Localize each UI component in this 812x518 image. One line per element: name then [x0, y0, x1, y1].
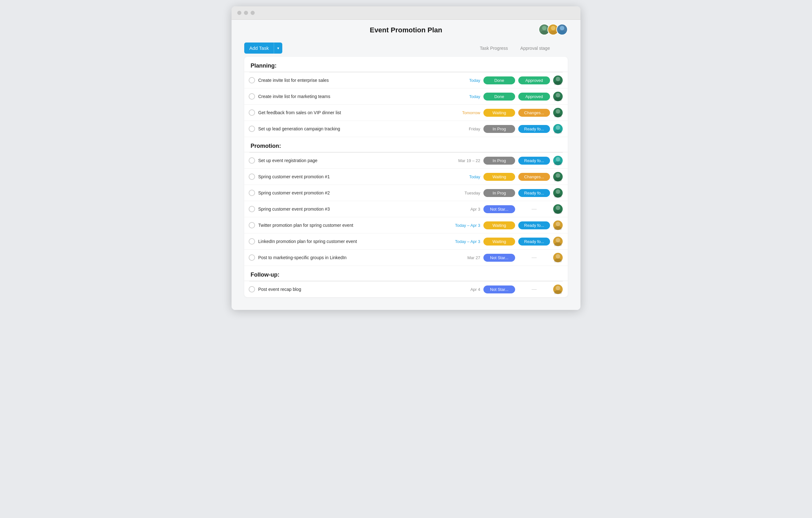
toolbar: Add Task ▾ Task Progress Approval stage — [244, 39, 568, 57]
task-date: Today — [442, 174, 480, 179]
task-approval-badge[interactable]: Approved — [518, 93, 550, 100]
task-checkbox[interactable] — [249, 222, 255, 228]
task-checkbox[interactable] — [249, 206, 255, 212]
task-name: Twitter promotion plan for spring custom… — [258, 223, 439, 228]
task-assignee-avatar[interactable] — [553, 76, 563, 85]
svg-point-1 — [541, 31, 548, 35]
svg-point-13 — [554, 130, 562, 134]
maximize-traffic-light[interactable] — [251, 11, 255, 15]
task-checkbox[interactable] — [249, 190, 255, 196]
task-approval-badge[interactable]: Ready fo... — [518, 157, 550, 165]
svg-point-12 — [556, 125, 560, 130]
task-row: LinkedIn promotion plan for spring custo… — [244, 233, 568, 250]
task-approval-badge[interactable]: — — [518, 285, 550, 294]
task-assignee-avatar[interactable] — [553, 124, 563, 134]
task-checkbox[interactable] — [249, 238, 255, 244]
task-row: Get feedback from sales on VIP dinner li… — [244, 105, 568, 121]
task-assignee-avatar[interactable] — [553, 92, 563, 101]
task-checkbox[interactable] — [249, 157, 255, 164]
svg-point-5 — [558, 31, 566, 35]
task-progress-badge[interactable]: Waiting — [484, 173, 515, 181]
svg-point-19 — [554, 194, 562, 198]
add-task-button[interactable]: Add Task ▾ — [244, 42, 282, 54]
task-approval-badge[interactable]: Ready fo... — [518, 189, 550, 197]
close-traffic-light[interactable] — [237, 11, 241, 15]
task-row: Spring customer event promotion #3Apr 3N… — [244, 201, 568, 217]
task-progress-badge[interactable]: Done — [484, 77, 515, 84]
app-window: Event Promotion Plan Add Task ▾ — [232, 6, 580, 310]
svg-point-17 — [554, 178, 562, 181]
task-progress-badge[interactable]: Not Star... — [484, 286, 515, 293]
task-row: Spring customer event promotion #1TodayW… — [244, 169, 568, 185]
minimize-traffic-light[interactable] — [244, 11, 248, 15]
svg-point-2 — [551, 26, 555, 30]
svg-point-25 — [554, 242, 562, 246]
avatar-user3[interactable] — [556, 24, 568, 35]
task-progress-badge[interactable]: In Prog — [484, 125, 515, 133]
svg-point-10 — [556, 109, 560, 114]
task-assignee-avatar[interactable] — [553, 285, 563, 294]
task-checkbox[interactable] — [249, 77, 255, 83]
task-row: Post event recap blogApr 4Not Star...— — [244, 281, 568, 297]
task-progress-badge[interactable]: Done — [484, 93, 515, 100]
task-checkbox[interactable] — [249, 286, 255, 292]
user-avatars — [539, 24, 568, 35]
task-name: Spring customer event promotion #3 — [258, 206, 439, 211]
task-checkbox[interactable] — [249, 93, 255, 99]
svg-point-24 — [556, 238, 560, 242]
task-row: Set up lead generation campaign tracking… — [244, 121, 568, 137]
svg-point-26 — [556, 254, 560, 259]
task-name: Post to marketing-specific groups in Lin… — [258, 255, 439, 260]
svg-point-0 — [542, 26, 547, 30]
task-checkbox[interactable] — [249, 174, 255, 180]
section-title-promotion: Promotion: — [251, 143, 281, 149]
col-header-progress: Task Progress — [476, 46, 511, 51]
task-date: Today — [442, 78, 480, 83]
task-row: Twitter promotion plan for spring custom… — [244, 217, 568, 233]
task-progress-badge[interactable]: Not Star... — [484, 205, 515, 213]
task-approval-badge[interactable]: — — [518, 253, 550, 262]
title-bar — [232, 6, 580, 20]
task-progress-badge[interactable]: Waiting — [484, 238, 515, 246]
task-approval-badge[interactable]: Changes... — [518, 109, 550, 117]
task-assignee-avatar[interactable] — [553, 221, 563, 230]
svg-point-15 — [554, 162, 562, 165]
task-approval-badge[interactable]: Changes... — [518, 173, 550, 181]
task-progress-badge[interactable]: Not Star... — [484, 254, 515, 262]
svg-point-27 — [554, 259, 562, 262]
svg-point-6 — [556, 77, 560, 81]
task-progress-badge[interactable]: In Prog — [484, 157, 515, 165]
task-assignee-avatar[interactable] — [553, 188, 563, 198]
task-assignee-avatar[interactable] — [553, 172, 563, 181]
task-assignee-avatar[interactable] — [553, 156, 563, 165]
task-checkbox[interactable] — [249, 254, 255, 261]
task-approval-badge[interactable]: — — [518, 205, 550, 213]
svg-point-18 — [556, 190, 560, 194]
task-approval-badge[interactable]: Ready fo... — [518, 125, 550, 133]
task-approval-badge[interactable]: Approved — [518, 77, 550, 84]
svg-point-21 — [554, 210, 562, 214]
svg-point-4 — [560, 26, 564, 30]
task-progress-badge[interactable]: Waiting — [484, 109, 515, 117]
svg-point-9 — [554, 97, 562, 101]
task-approval-badge[interactable]: Ready fo... — [518, 222, 550, 229]
main-area: Add Task ▾ Task Progress Approval stage … — [232, 39, 580, 310]
task-assignee-avatar[interactable] — [553, 204, 563, 214]
task-progress-badge[interactable]: In Prog — [484, 189, 515, 197]
svg-point-7 — [554, 81, 562, 85]
svg-point-23 — [554, 226, 562, 230]
task-checkbox[interactable] — [249, 125, 255, 132]
task-name: LinkedIn promotion plan for spring custo… — [258, 239, 439, 244]
add-task-dropdown-arrow[interactable]: ▾ — [274, 43, 282, 53]
task-checkbox[interactable] — [249, 110, 255, 116]
task-row: Spring customer event promotion #2Tuesda… — [244, 185, 568, 201]
task-row: Create invite list for marketing teamsTo… — [244, 88, 568, 105]
task-progress-badge[interactable]: Waiting — [484, 222, 515, 229]
svg-point-8 — [556, 93, 560, 97]
task-assignee-avatar[interactable] — [553, 253, 563, 262]
task-assignee-avatar[interactable] — [553, 108, 563, 117]
task-assignee-avatar[interactable] — [553, 237, 563, 246]
task-row: Create invite list for enterprise salesT… — [244, 72, 568, 88]
task-date: Today — [442, 94, 480, 99]
task-approval-badge[interactable]: Ready fo... — [518, 238, 550, 246]
